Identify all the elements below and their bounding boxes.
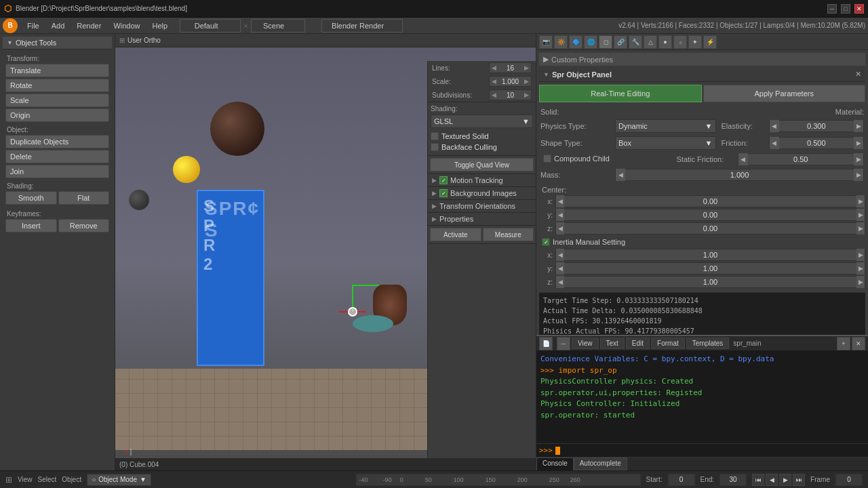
properties-row[interactable]: ▶ Properties — [428, 213, 536, 225]
maximize-button[interactable]: □ — [841, 4, 850, 14]
motion-tracking-checkbox[interactable]: ✓ — [439, 176, 448, 184]
cy-dec[interactable]: ◀ — [556, 209, 564, 221]
frame-value[interactable]: 0 — [835, 474, 863, 486]
props-icon-world[interactable]: 🌐 — [584, 35, 597, 49]
timeline-ruler[interactable]: -40 -90 0 50 100 150 200 250 260 — [356, 474, 641, 486]
minimize-button[interactable]: ─ — [827, 4, 837, 14]
insert-keyframe-button[interactable]: Insert — [5, 219, 57, 232]
play-reverse-button[interactable]: ◀ — [766, 474, 778, 486]
inertia-checkbox[interactable]: ✓ — [542, 238, 550, 246]
render-engine-dropdown[interactable]: Blender Render — [321, 19, 403, 33]
console-tab-format[interactable]: Format — [651, 338, 685, 349]
mass-inc[interactable]: ▶ — [854, 169, 863, 181]
elasticity-value[interactable]: ◀ 0.300 ▶ — [769, 120, 865, 132]
cz-inc[interactable]: ▶ — [856, 222, 865, 235]
props-icon-scene[interactable]: 🔷 — [569, 35, 583, 49]
console-tab-minimize[interactable]: ─ — [557, 337, 570, 350]
toggle-quad-view-button[interactable]: Toggle Quad View — [430, 158, 534, 171]
backface-culling-checkbox[interactable] — [431, 143, 439, 151]
spr-panel-close[interactable]: ✕ — [855, 70, 861, 79]
static-friction-inc[interactable]: ▶ — [854, 153, 863, 165]
friction-value[interactable]: ◀ 0.500 ▶ — [769, 137, 865, 149]
scene-dropdown[interactable]: Scene — [251, 19, 305, 33]
console-tab-text[interactable]: Text — [600, 338, 625, 349]
flat-button[interactable]: Flat — [58, 191, 110, 205]
custom-props-header[interactable]: ▶ Custom Properties — [539, 53, 865, 66]
apply-parameters-button[interactable]: Apply Parameters — [703, 85, 866, 102]
duplicate-objects-button[interactable]: Duplicate Objects — [5, 135, 109, 148]
transform-gizmo[interactable] — [326, 285, 380, 339]
rotate-button[interactable]: Rotate — [5, 79, 109, 92]
center-x-slider[interactable]: ◀ 0.00 ▶ — [555, 195, 865, 207]
iz-inc[interactable]: ▶ — [856, 276, 865, 288]
mass-dec[interactable]: ◀ — [616, 169, 625, 181]
statusbar-select[interactable]: Select — [38, 476, 57, 483]
friction-dec[interactable]: ◀ — [770, 137, 779, 149]
console-tab-edit[interactable]: Edit — [626, 338, 650, 349]
props-icon-data[interactable]: △ — [644, 35, 657, 49]
console-bottom-tab[interactable]: Console — [536, 458, 574, 470]
end-value[interactable]: 30 — [719, 474, 747, 486]
console-tab-templates[interactable]: Templates — [686, 338, 730, 349]
go-start-button[interactable]: ⏮ — [752, 474, 764, 486]
statusbar-view[interactable]: View — [18, 476, 33, 483]
mass-value[interactable]: ◀ 1.000 ▶ — [615, 169, 864, 181]
elasticity-inc[interactable]: ▶ — [854, 120, 863, 132]
shading-mode-dropdown[interactable]: GLSL ▼ — [431, 115, 533, 128]
props-icon-constraint[interactable]: 🔗 — [614, 35, 627, 49]
n-subdivisions-value[interactable]: ◀ 10 ▶ — [489, 89, 532, 100]
props-icon-camera[interactable]: 📷 — [539, 35, 553, 49]
friction-inc[interactable]: ▶ — [854, 137, 863, 149]
console-input-row[interactable]: >>> — [536, 443, 868, 457]
ix-dec[interactable]: ◀ — [556, 249, 564, 261]
menu-render[interactable]: Render — [71, 20, 106, 31]
n-scale-value[interactable]: ◀ 1.000 ▶ — [489, 76, 532, 87]
props-icon-render[interactable]: 🔆 — [554, 35, 568, 49]
motion-tracking-row[interactable]: ▶ ✓ Motion Tracking — [428, 174, 536, 186]
props-icon-physics[interactable]: ⚡ — [703, 35, 717, 49]
layout-dropdown[interactable]: Default — [180, 19, 241, 33]
center-y-slider[interactable]: ◀ 0.00 ▶ — [555, 209, 865, 221]
close-button[interactable]: ✕ — [854, 4, 864, 14]
iy-dec[interactable]: ◀ — [556, 262, 564, 274]
viewport-canvas[interactable]: SPR2 z | (0) Cube.004 — [115, 47, 536, 470]
iz-dec[interactable]: ◀ — [556, 276, 564, 288]
static-friction-value[interactable]: ◀ 0.50 ▶ — [738, 153, 865, 165]
subdivisions-inc[interactable]: ▶ — [524, 92, 529, 98]
object-mode-dropdown[interactable]: ○ Object Mode ▼ — [87, 474, 151, 486]
console-new[interactable]: + — [837, 337, 850, 350]
background-images-row[interactable]: ▶ ✓ Background Images — [428, 187, 536, 199]
n-lines-value[interactable]: ◀ 16 ▶ — [489, 62, 532, 73]
delete-button[interactable]: Delete — [5, 150, 109, 163]
inertia-x-slider[interactable]: ◀ 1.00 ▶ — [555, 249, 865, 261]
elasticity-dec[interactable]: ◀ — [770, 120, 779, 132]
scale-dec[interactable]: ◀ — [492, 78, 496, 85]
ix-inc[interactable]: ▶ — [856, 249, 865, 261]
menu-window[interactable]: Window — [108, 20, 145, 31]
inertia-z-slider[interactable]: ◀ 1.00 ▶ — [555, 276, 865, 288]
tools-collapse-arrow[interactable]: ▼ — [7, 39, 13, 46]
viewport[interactable]: ⊞ User Ortho SPR2 — [115, 34, 536, 470]
start-value[interactable]: 0 — [668, 474, 695, 486]
translate-button[interactable]: Translate — [5, 64, 109, 77]
console-tab-view[interactable]: View — [572, 338, 599, 349]
play-button[interactable]: ▶ — [779, 474, 791, 486]
measure-button[interactable]: Measure — [483, 228, 534, 241]
statusbar-object[interactable]: Object — [62, 476, 81, 483]
inertia-y-slider[interactable]: ◀ 1.00 ▶ — [555, 262, 865, 274]
menu-file[interactable]: File — [22, 20, 45, 31]
iy-inc[interactable]: ▶ — [856, 262, 865, 274]
origin-button[interactable]: Origin — [5, 108, 109, 122]
background-images-checkbox[interactable]: ✓ — [439, 189, 448, 197]
menu-help[interactable]: Help — [147, 20, 174, 31]
cx-dec[interactable]: ◀ — [556, 195, 564, 207]
center-z-slider[interactable]: ◀ 0.00 ▶ — [555, 222, 865, 235]
lines-dec[interactable]: ◀ — [492, 64, 496, 71]
lines-inc[interactable]: ▶ — [524, 64, 529, 71]
menu-add[interactable]: Add — [46, 20, 71, 31]
shape-type-dropdown[interactable]: Box ▼ — [615, 136, 716, 150]
join-button[interactable]: Join — [5, 165, 109, 178]
props-icon-particles[interactable]: ✦ — [688, 35, 702, 49]
cy-inc[interactable]: ▶ — [856, 209, 865, 221]
remove-keyframe-button[interactable]: Remove — [58, 219, 110, 232]
